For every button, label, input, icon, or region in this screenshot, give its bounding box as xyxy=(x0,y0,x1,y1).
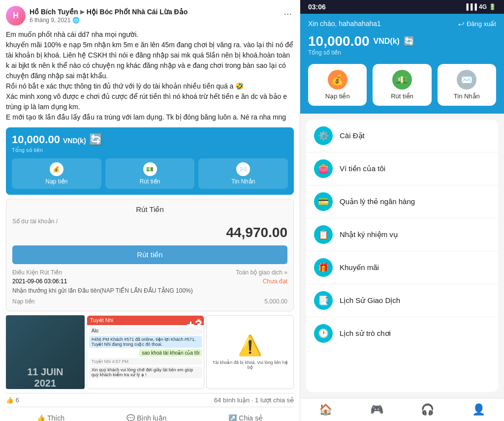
post-images-grid: 11 JUIN2021 Tuyết Nhi ✕ Alo #456 PM Khác… xyxy=(6,315,294,389)
greeting-text: Xin chào, hahahahaha1 xyxy=(308,20,381,28)
nhatkynhiemvu-label: Nhật ký nhiệm vụ xyxy=(340,230,398,239)
author-avatar: H xyxy=(6,6,26,26)
post-header: H Hồ Bích Tuyền ▶ Hội Bóc Phốt Nhà Cái L… xyxy=(6,6,294,26)
reaction-count: 👍 6 xyxy=(6,396,19,404)
chat-msg: Tuyết Nhi 4:57 PM xyxy=(89,358,202,365)
balance-unit: VND(k) xyxy=(374,37,400,46)
post-action-buttons: 💰 Nạp tiền 💵 Rút tiền ✉️ Tin Nhắn xyxy=(12,158,288,189)
nav-games[interactable]: 🎮 xyxy=(370,403,383,416)
post-actions: 👍 Thích 💬 Bình luận ↗️ Chia sẻ xyxy=(6,410,294,421)
group-name: Hội Bóc Phốt Nhà Cái Lừa Đảo xyxy=(87,8,188,16)
app-action-buttons: 💰 Nạp tiền 💵 Rút tiền ✉️ Tin Nhắn xyxy=(308,64,496,106)
rut-tien-button[interactable]: Rút tiền xyxy=(12,245,287,264)
like-button[interactable]: 👍 Thích xyxy=(31,411,70,421)
author-name: Hồ Bích Tuyền xyxy=(30,8,78,16)
nganhang-label: Quản lý thẻ ngân hàng xyxy=(340,197,415,206)
plus-3-badge: +3 xyxy=(187,317,202,333)
nganhang-icon: 💳 xyxy=(314,192,333,211)
warning-icon: ⚠️ xyxy=(238,334,262,357)
lichsutro-icon: 🕐 xyxy=(314,324,333,343)
clock-display: 03:06 xyxy=(308,3,326,11)
rut-tien-panel: Rút Tiền Số dư tài khoản / 44,970.00 Rút… xyxy=(6,199,294,311)
post-tin-btn: ✉️ Tin Nhắn xyxy=(198,158,288,189)
post-rut-btn: 💵 Rút tiền xyxy=(105,158,195,189)
nhatkynhiemvu-icon: 📋 xyxy=(314,225,333,244)
tin-icon-small: ✉️ xyxy=(236,162,250,176)
so-du-label: Số dư tài khoản / xyxy=(12,218,287,225)
refresh-icon[interactable]: 🔄 xyxy=(404,36,414,47)
network-type: 4G xyxy=(479,3,487,10)
lichsutro-label: Lịch sử trò chơi xyxy=(340,329,391,338)
nav-support[interactable]: 🎧 xyxy=(421,403,434,416)
dieu-kien-header: Điều Kiện Rút Tiền Toàn bộ giao dịch » xyxy=(12,269,287,276)
total-label: Tổng số tiền xyxy=(308,49,496,56)
menu-item-vi[interactable]: 👛 Ví tiền của tôi xyxy=(306,152,498,185)
app-header: Xin chào, hahahahaha1 ⮐ Đăng xuất xyxy=(300,14,504,33)
arrow-icon: ▶ xyxy=(80,8,85,15)
menu-item-caidat[interactable]: ⚙️ Cài Đặt xyxy=(306,120,498,152)
khuyenmai-icon: 🎁 xyxy=(314,258,333,277)
signal-icon: ▐▐▐ xyxy=(464,3,477,10)
bottom-nav: 🏠 🎮 🎧 👤 xyxy=(300,398,504,421)
thumbs-up-icon: 👍 xyxy=(37,414,45,421)
post-meta: 6 tháng 9, 2021 🌐 xyxy=(30,17,188,24)
calendar-overlay: 11 JUIN2021 xyxy=(6,366,85,389)
nap-tien-icon: 💰 xyxy=(328,70,347,90)
tin-nhan-icon: ✉️ xyxy=(457,70,476,90)
warning-text: Tài khoản đã bị khoá. Vui lòng liên hệ b… xyxy=(211,360,289,370)
menu-item-nhatkynhiemvu[interactable]: 📋 Nhật ký nhiệm vụ xyxy=(306,218,498,251)
vi-label: Ví tiền của tôi xyxy=(340,164,385,173)
rut-tien-icon: 💵 xyxy=(392,70,412,90)
post-text: Em muốn phốt nhà cái dd7 nha mọi người. … xyxy=(6,30,294,122)
post-balance-amount: 10,000.00 VND(k) 🔄 xyxy=(12,133,102,146)
nav-account[interactable]: 👤 xyxy=(472,403,485,416)
globe-icon: 🌐 xyxy=(72,17,80,24)
menu-item-khuyenmai[interactable]: 🎁 Khuyến mãi xyxy=(306,251,498,284)
nav-home[interactable]: 🏠 xyxy=(319,403,332,416)
facebook-post: H Hồ Bích Tuyền ▶ Hội Bóc Phốt Nhà Cái L… xyxy=(0,0,300,421)
rut-icon-small: 💵 xyxy=(143,162,157,176)
post-nap-btn: 💰 Nạp tiền xyxy=(12,158,101,189)
comment-icon: 💬 xyxy=(126,414,135,421)
post-balance-label: Tổng số tiền xyxy=(12,147,288,153)
rut-tien-label: Rút tiền xyxy=(382,92,421,100)
khuyenmai-label: Khuyến mãi xyxy=(340,263,379,272)
status-icons: ▐▐▐ 4G 🔋 xyxy=(464,3,496,10)
tin-nhan-button[interactable]: ✉️ Tin Nhắn xyxy=(438,64,496,106)
logout-button[interactable]: ⮐ Đăng xuất xyxy=(458,20,496,28)
chat-msg: Alo xyxy=(89,327,202,334)
facebook-panel: H Hồ Bích Tuyền ▶ Hội Bóc Phốt Nhà Cái L… xyxy=(0,0,300,421)
battery-icon: 🔋 xyxy=(489,3,496,10)
share-button[interactable]: ↗️ Chia sẻ xyxy=(222,411,269,421)
comment-count: 64 bình luận · 1 lượt chia sẻ xyxy=(214,396,294,404)
logout-icon: ⮐ xyxy=(458,20,465,28)
rut-tien-button[interactable]: 💵 Rút tiền xyxy=(373,64,431,106)
post-author-info: H Hồ Bích Tuyền ▶ Hội Bóc Phốt Nhà Cái L… xyxy=(6,6,188,26)
calendar-image: 11 JUIN2021 xyxy=(6,315,85,389)
so-du-amount: 44,970.00 xyxy=(12,225,287,241)
chat-title: Tuyết Nhi xyxy=(90,317,114,324)
vi-icon: 👛 xyxy=(314,159,333,178)
rut-tien-title: Rút Tiền xyxy=(12,205,287,214)
menu-item-nganhang[interactable]: 💳 Quản lý thẻ ngân hàng xyxy=(306,185,498,218)
lichsu-icon: 📑 xyxy=(314,291,333,310)
status-bar: 03:06 ▐▐▐ 4G 🔋 xyxy=(300,0,504,14)
post-reactions: 👍 6 64 bình luận · 1 lượt chia sẻ xyxy=(6,393,294,407)
warning-overlay: ⚠️ Tài khoản đã bị khoá. Vui lòng liên h… xyxy=(206,315,294,389)
comment-button[interactable]: 💬 Bình luận xyxy=(121,411,172,421)
menu-item-lichsutro[interactable]: 🕐 Lịch sử trò chơi xyxy=(306,317,498,350)
nap-tien-row: Nạp tiền 5,000.00 xyxy=(12,298,287,305)
app-panel: 03:06 ▐▐▐ 4G 🔋 Xin chào, hahahahaha1 ⮐ Đ… xyxy=(300,0,504,421)
lichsugiaodich-label: Lịch Sử Giao Dịch xyxy=(340,296,400,305)
dieu-kien-section: Điều Kiện Rút Tiền Toàn bộ giao dịch » 2… xyxy=(12,269,287,305)
nap-tien-button[interactable]: 💰 Nạp tiền xyxy=(308,64,367,106)
share-icon: ↗️ xyxy=(228,414,237,421)
app-screenshot-in-post: 10,000.00 VND(k) 🔄 Tổng số tiền 💰 Nạp ti… xyxy=(6,127,294,195)
caidat-icon: ⚙️ xyxy=(314,126,333,145)
nap-icon-small: 💰 xyxy=(50,162,63,176)
menu-item-lichsugiaodich[interactable]: 📑 Lịch Sử Giao Dịch xyxy=(306,284,498,317)
balance-amount: 10,000.00 VND(k) 🔄 xyxy=(308,33,496,49)
post-date: 6 tháng 9, 2021 xyxy=(30,17,70,24)
chat-overlay-container: Tuyết Nhi ✕ Alo #456 PM Khách #571 đã on… xyxy=(87,315,205,389)
more-options-button[interactable]: ··· xyxy=(282,6,294,21)
